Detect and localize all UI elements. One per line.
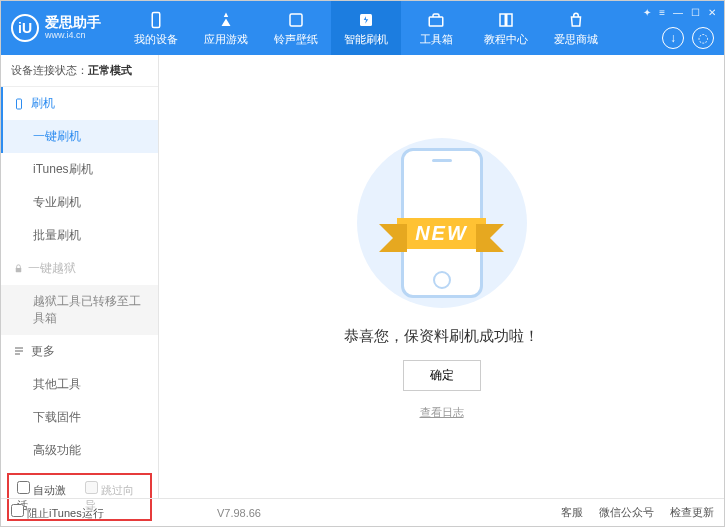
list-icon [13,345,25,357]
device-icon [146,10,166,30]
close-icon[interactable]: ✕ [708,7,716,18]
svg-rect-1 [290,14,302,26]
app-header: iU 爱思助手 www.i4.cn 我的设备 应用游戏 铃声壁纸 智能刷机 工具… [1,1,724,55]
nav-my-device[interactable]: 我的设备 [121,1,191,55]
nav-tutorials[interactable]: 教程中心 [471,1,541,55]
svg-rect-0 [152,12,160,27]
nav-label: 工具箱 [420,32,453,47]
sidebar-item-other[interactable]: 其他工具 [1,368,158,401]
sidebar-item-oneclick[interactable]: 一键刷机 [1,120,158,153]
nav-store[interactable]: 爱思商城 [541,1,611,55]
version: V7.98.66 [217,507,261,519]
nav-label: 铃声壁纸 [274,32,318,47]
logo-icon: iU [11,14,39,42]
sidebar-item-firmware[interactable]: 下载固件 [1,401,158,434]
section-label: 刷机 [31,95,55,112]
nav-label: 我的设备 [134,32,178,47]
header-actions: ↓ ◌ [662,27,714,49]
section-jailbreak: 一键越狱 [1,252,158,285]
jailbreak-note: 越狱工具已转移至工具箱 [1,285,158,335]
window-controls: ✦ ≡ — ☐ ✕ [643,7,716,18]
media-icon [286,10,306,30]
apps-icon [216,10,236,30]
nav-label: 智能刷机 [344,32,388,47]
footer-wechat[interactable]: 微信公众号 [599,505,654,520]
sidebar-item-pro[interactable]: 专业刷机 [1,186,158,219]
sidebar-item-batch[interactable]: 批量刷机 [1,219,158,252]
block-itunes-label: 阻止iTunes运行 [27,507,104,519]
section-flash[interactable]: 刷机 [1,87,158,120]
store-icon [566,10,586,30]
svg-rect-5 [16,268,22,272]
footer-update[interactable]: 检查更新 [670,505,714,520]
footer-support[interactable]: 客服 [561,505,583,520]
app-url: www.i4.cn [45,31,101,41]
sidebar-item-advanced[interactable]: 高级功能 [1,434,158,467]
nav-label: 爱思商城 [554,32,598,47]
logo: iU 爱思助手 www.i4.cn [11,14,101,42]
connection-status: 设备连接状态：正常模式 [1,55,158,87]
success-illustration: NEW [342,133,542,313]
section-more[interactable]: 更多 [1,335,158,368]
flash-icon [356,10,376,30]
user-icon[interactable]: ◌ [692,27,714,49]
minimize-icon[interactable]: — [673,7,683,18]
conn-label: 设备连接状态： [11,64,88,76]
top-nav: 我的设备 应用游戏 铃声壁纸 智能刷机 工具箱 教程中心 爱思商城 [121,1,611,55]
nav-apps[interactable]: 应用游戏 [191,1,261,55]
svg-rect-3 [429,17,443,26]
skin-icon[interactable]: ✦ [643,7,651,18]
download-icon[interactable]: ↓ [662,27,684,49]
menu-icon[interactable]: ≡ [659,7,665,18]
book-icon [496,10,516,30]
new-ribbon: NEW [397,218,486,249]
main-content: NEW 恭喜您，保资料刷机成功啦！ 确定 查看日志 [159,55,724,498]
nav-ringtones[interactable]: 铃声壁纸 [261,1,331,55]
nav-toolbox[interactable]: 工具箱 [401,1,471,55]
svg-rect-4 [17,99,22,109]
toolbox-icon [426,10,446,30]
phone-icon [13,98,25,110]
ok-button[interactable]: 确定 [403,360,481,391]
lock-icon [13,263,24,274]
section-label: 一键越狱 [28,260,76,277]
view-log-link[interactable]: 查看日志 [420,405,464,420]
app-name: 爱思助手 [45,15,101,30]
sidebar-item-itunes[interactable]: iTunes刷机 [1,153,158,186]
block-itunes-checkbox[interactable]: 阻止iTunes运行 [11,504,104,521]
conn-value: 正常模式 [88,64,132,76]
footer: 阻止iTunes运行 V7.98.66 客服 微信公众号 检查更新 [1,498,724,526]
nav-label: 应用游戏 [204,32,248,47]
sidebar: 设备连接状态：正常模式 刷机 一键刷机 iTunes刷机 专业刷机 批量刷机 一… [1,55,159,498]
section-label: 更多 [31,343,55,360]
nav-flash[interactable]: 智能刷机 [331,1,401,55]
maximize-icon[interactable]: ☐ [691,7,700,18]
nav-label: 教程中心 [484,32,528,47]
success-message: 恭喜您，保资料刷机成功啦！ [344,327,539,346]
